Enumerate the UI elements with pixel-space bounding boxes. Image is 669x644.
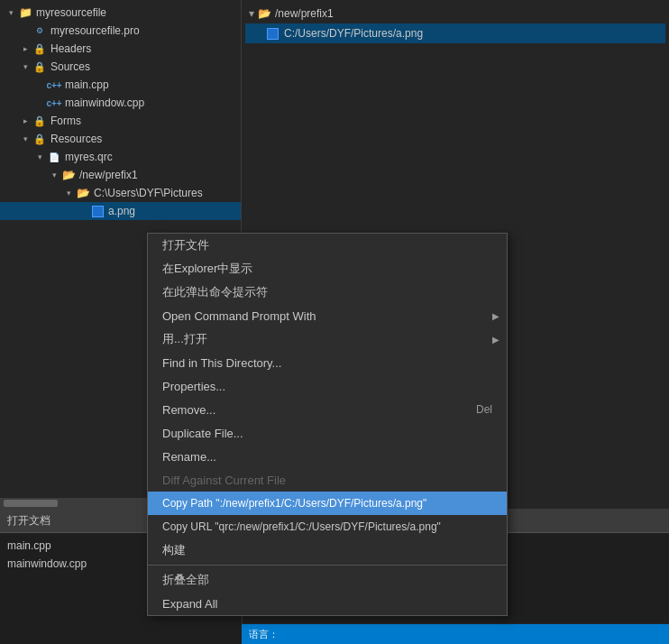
menu-remove[interactable]: Remove... Del [148,398,507,421]
tree-label-pro: myresourcefile.pro [50,24,140,37]
menu-open-file[interactable]: 打开文件 [148,234,507,257]
lock-icon-resources: 🔒 [32,132,47,146]
tree-label-apng: a.png [108,205,135,217]
tree-item-sources[interactable]: 🔒 Sources [0,58,241,76]
folder-icon-pictures: 📂 [76,186,90,200]
tree-label-headers: Headers [50,42,91,55]
right-file-label: C:/Users/DYF/Pictures/a.png [284,27,423,40]
menu-properties[interactable]: Properties... [148,374,507,398]
arrow-root [4,5,18,20]
menu-separator [148,565,507,566]
submenu-arrow-2: ▶ [492,335,499,345]
tree-item-qrc[interactable]: 📄 myres.qrc [0,148,241,166]
menu-copy-path[interactable]: Copy Path ":/new/prefix1/C:/Users/DYF/Pi… [148,492,507,515]
arrow-prefix1 [47,168,61,182]
menu-copy-url[interactable]: Copy URL "qrc:/new/prefix1/C:/Users/DYF/… [148,515,507,538]
shortcut-del: Del [476,403,492,416]
menu-rename[interactable]: Rename... [148,445,507,468]
open-doc-main-label: main.cpp [7,539,51,552]
arrow-resources [18,132,32,146]
tree-item-prefix1[interactable]: 📂 /new/prefix1 [0,166,241,184]
folder-icon-root: 📁 [18,5,32,20]
right-file-item[interactable]: C:/Users/DYF/Pictures/a.png [245,23,665,43]
cpp-icon-main: c++ [47,78,61,92]
tree-item-root[interactable]: 📁 myresourcefile [0,4,241,22]
arrow-sources [18,60,32,74]
arrow-forms [18,114,32,128]
folder-icon-prefix1: 📂 [61,168,76,182]
right-tree: ▾ 📂 /new/prefix1 C:/Users/DYF/Pictures/a… [242,0,669,47]
tree-item-mainwindow-cpp[interactable]: c++ mainwindow.cpp [0,94,241,112]
tree-item-forms[interactable]: 🔒 Forms [0,112,241,130]
tree-item-apng[interactable]: a.png [0,202,241,220]
tree-label-root: myresourcefile [36,6,106,19]
scrollbar-thumb[interactable] [4,500,58,507]
language-bar: 语言： [242,624,669,644]
tree-item-main-cpp[interactable]: c++ main.cpp [0,76,241,94]
menu-open-with[interactable]: 用...打开 ▶ [148,327,507,351]
tree-container: 📁 myresourcefile ⚙ myresourcefile.pro 🔒 … [0,0,241,224]
pro-icon: ⚙ [32,23,47,38]
cpp-icon-mainwindow: c++ [47,96,61,110]
right-prefix-item[interactable]: ▾ 📂 /new/prefix1 [245,4,665,23]
submenu-arrow-1: ▶ [492,311,499,321]
png-icon [90,204,105,218]
menu-build[interactable]: 构建 [148,538,507,562]
lock-icon-sources: 🔒 [32,60,47,74]
context-menu: 打开文件 在Explorer中显示 在此弹出命令提示符 Open Command… [147,233,508,616]
tree-item-pictures[interactable]: 📂 C:\Users\DYF\Pictures [0,184,241,202]
tree-label-resources: Resources [50,133,102,145]
tree-label-mainwindow: mainwindow.cpp [65,97,144,109]
main-layout: 📁 myresourcefile ⚙ myresourcefile.pro 🔒 … [0,0,669,644]
menu-diff: Diff Against Current File [148,468,507,492]
menu-find-dir[interactable]: Find in This Directory... [148,351,507,374]
open-doc-mainwindow-label: mainwindow.cpp [7,557,87,570]
right-prefix-label: /new/prefix1 [275,7,334,20]
tree-item-headers[interactable]: 🔒 Headers [0,40,241,58]
menu-open-cmd-with[interactable]: Open Command Prompt With ▶ [148,304,507,327]
tree-label-main-cpp: main.cpp [65,78,109,91]
tree-item-resources[interactable]: 🔒 Resources [0,130,241,148]
menu-duplicate[interactable]: Duplicate File... [148,421,507,445]
menu-expand-all[interactable]: Expand All [148,592,507,615]
menu-cmd-prompt[interactable]: 在此弹出命令提示符 [148,281,507,304]
qrc-icon: 📄 [47,150,61,164]
menu-show-explorer[interactable]: 在Explorer中显示 [148,257,507,281]
tree-label-pictures: C:\Users\DYF\Pictures [94,187,203,199]
tree-label-forms: Forms [50,115,81,127]
arrow-headers [18,41,32,56]
arrow-pictures [61,186,76,200]
tree-item-pro[interactable]: ⚙ myresourcefile.pro [0,22,241,40]
open-docs-label: 打开文档 [7,513,50,529]
lock-icon-headers: 🔒 [32,41,47,56]
language-label: 语言： [249,628,279,641]
menu-collapse-all[interactable]: 折叠全部 [148,568,507,592]
tree-label-sources: Sources [50,60,90,73]
arrow-qrc [32,150,47,164]
lock-icon-forms: 🔒 [32,114,47,128]
tree-label-qrc: myres.qrc [65,151,113,163]
tree-label-prefix1: /new/prefix1 [79,169,138,181]
